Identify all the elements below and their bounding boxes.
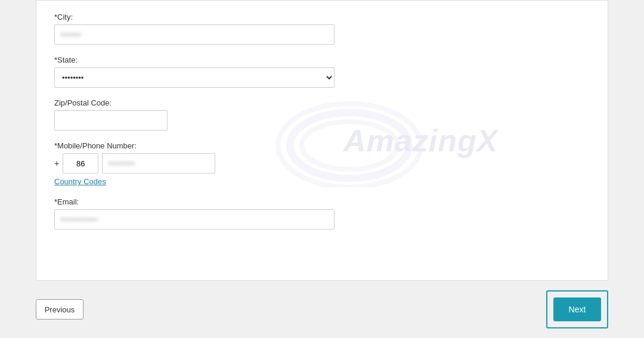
next-container: Next (546, 290, 608, 328)
phone-label: *Mobile/Phone Number: (54, 141, 590, 150)
phone-number-input[interactable] (102, 153, 215, 173)
phone-code-input[interactable] (63, 153, 98, 173)
zip-field-group: Zip/Postal Code: (54, 98, 590, 131)
email-field-group: *Email: (54, 197, 590, 230)
previous-button[interactable]: Previous (36, 299, 83, 320)
country-codes-link[interactable]: Country Codes (54, 177, 106, 186)
state-field-group: *State: •••••••• (54, 55, 590, 88)
email-input[interactable] (54, 209, 335, 230)
page-wrapper: AmazingX *City: *State: •••••••• Zip/Pos… (0, 0, 644, 338)
phone-field-group: *Mobile/Phone Number: + Country Codes (54, 141, 590, 187)
next-button[interactable]: Next (553, 297, 601, 321)
form-card: AmazingX *City: *State: •••••••• Zip/Pos… (36, 0, 608, 281)
phone-plus-sign: + (54, 159, 59, 168)
zip-label: Zip/Postal Code: (54, 98, 590, 107)
city-label: *City: (54, 13, 590, 21)
state-select[interactable]: •••••••• (54, 67, 335, 88)
email-label: *Email: (54, 197, 590, 206)
city-input[interactable] (54, 24, 335, 45)
zip-input[interactable] (54, 110, 168, 131)
city-field-group: *City: (54, 13, 590, 45)
nav-bar: Previous Next (0, 281, 644, 338)
phone-row: + (54, 153, 590, 173)
state-label: *State: (54, 55, 590, 64)
